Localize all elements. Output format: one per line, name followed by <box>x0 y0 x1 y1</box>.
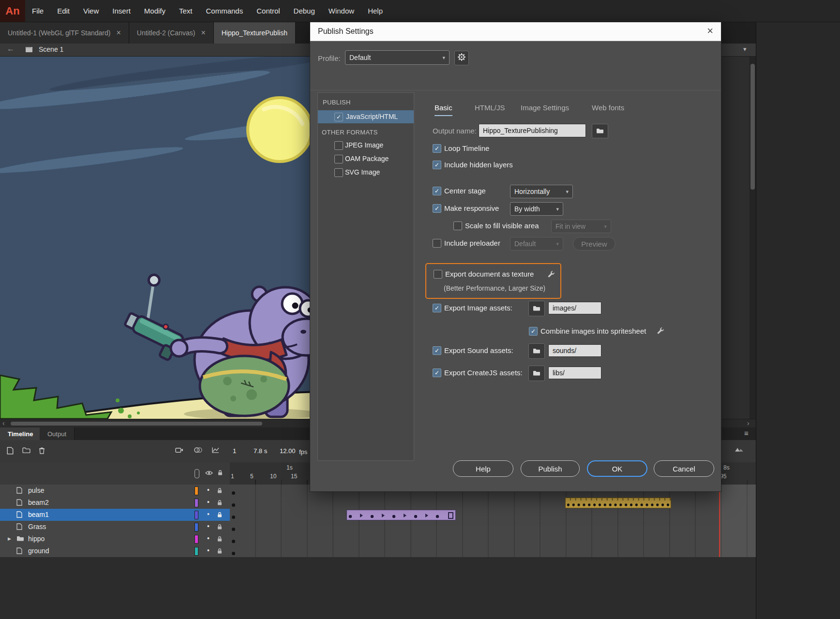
close-icon[interactable]: × <box>116 29 120 37</box>
checkbox-scale-to-fill[interactable] <box>453 221 462 230</box>
layer-lock-icon[interactable] <box>217 512 222 518</box>
layer-color-swatch[interactable] <box>195 535 198 544</box>
timeline-zoom-icon[interactable] <box>735 447 744 452</box>
make-responsive-dropdown[interactable]: By width ▾ <box>510 202 563 216</box>
checkbox-export-document-as-texture[interactable] <box>434 270 442 279</box>
format-label[interactable]: SVG Image <box>345 168 380 176</box>
frames-track-beam1[interactable] <box>230 509 756 521</box>
checkbox-export-image-assets[interactable]: ✓ <box>433 304 441 312</box>
scroll-left-icon[interactable]: ‹ <box>2 419 5 427</box>
tab-untitled-1[interactable]: Untitled-1 (WebGL glTF Standard) × <box>0 22 129 44</box>
edit-scene-chevron-icon[interactable]: ▾ <box>743 45 747 53</box>
lock-icon[interactable] <box>218 470 223 476</box>
wrench-icon[interactable] <box>547 270 555 278</box>
checkbox-include-preloader[interactable] <box>433 239 441 248</box>
menu-debug[interactable]: Debug <box>287 0 322 22</box>
scrollbar-thumb[interactable] <box>11 422 262 426</box>
layer-visibility-dot[interactable]: • <box>207 498 210 506</box>
checkbox-export-createjs-assets[interactable]: ✓ <box>433 368 441 377</box>
menu-window[interactable]: Window <box>322 0 361 22</box>
images-folder-button[interactable] <box>528 301 545 316</box>
layer-row-beam2[interactable]: beam2 • <box>0 497 230 509</box>
layer-color-swatch[interactable] <box>195 499 198 507</box>
back-arrow-icon[interactable]: ← <box>7 44 15 53</box>
tab-timeline[interactable]: Timeline <box>0 427 42 440</box>
menu-edit[interactable]: Edit <box>50 0 76 22</box>
close-icon[interactable]: × <box>707 25 713 37</box>
layer-visibility-dot[interactable]: • <box>207 546 210 554</box>
frames-track-beam2[interactable] <box>230 497 756 509</box>
help-button[interactable]: Help <box>453 460 513 477</box>
wrench-icon[interactable] <box>657 327 664 334</box>
tab-html-js[interactable]: HTML/JS <box>475 103 505 115</box>
new-layer-icon[interactable] <box>7 447 14 455</box>
layer-color-swatch[interactable] <box>195 547 198 556</box>
include-preloader-label[interactable]: Include preloader <box>444 239 500 247</box>
make-responsive-label[interactable]: Make responsive <box>444 204 499 212</box>
layer-lock-icon[interactable] <box>217 548 222 554</box>
new-folder-icon[interactable] <box>22 447 30 453</box>
checkbox-loop-timeline[interactable]: ✓ <box>433 144 441 153</box>
tab-hippo-texturepublish[interactable]: Hippo_TexturePublish <box>214 22 296 44</box>
layer-row-ground[interactable]: ground • <box>0 545 230 558</box>
layer-visibility-dot[interactable]: • <box>207 534 210 542</box>
layer-lock-icon[interactable] <box>217 487 222 494</box>
checkbox-jpeg-image[interactable] <box>334 141 343 150</box>
tab-image-settings[interactable]: Image Settings <box>521 103 569 115</box>
scrollbar-thumb[interactable] <box>750 64 755 190</box>
scale-to-fill-label[interactable]: Scale to fill visible area <box>465 221 539 230</box>
output-name-input[interactable]: Hippo_TexturePublishing <box>479 124 586 137</box>
layer-visibility-dot[interactable]: • <box>207 522 210 530</box>
sounds-path-input[interactable]: sounds/ <box>548 344 601 357</box>
format-javascript-html-selected[interactable]: ✓ JavaScript/HTML <box>318 110 414 123</box>
export-texture-label[interactable]: Export document as texture <box>445 270 534 278</box>
checkbox-center-stage[interactable]: ✓ <box>433 187 441 195</box>
panel-menu-icon[interactable]: ≡ <box>744 429 749 437</box>
tab-web-fonts[interactable]: Web fonts <box>592 103 624 115</box>
center-stage-label[interactable]: Center stage <box>444 187 486 195</box>
frame-rate-value[interactable]: 12.00 <box>280 447 296 455</box>
format-label[interactable]: JPEG Image <box>345 141 383 149</box>
export-sound-assets-label[interactable]: Export Sound assets: <box>444 346 513 354</box>
frames-graph-icon[interactable] <box>212 447 219 453</box>
center-stage-dropdown[interactable]: Horizontally ▾ <box>510 185 573 198</box>
layer-color-swatch[interactable] <box>195 511 198 519</box>
layer-row-beam1-selected[interactable]: beam1 • <box>0 509 230 521</box>
layer-visibility-dot[interactable]: • <box>207 510 210 518</box>
layer-row-pulse[interactable]: pulse • <box>0 485 230 497</box>
app-logo-icon[interactable]: An <box>0 0 25 22</box>
libs-folder-button[interactable] <box>528 366 545 381</box>
publish-button[interactable]: Publish <box>521 460 580 477</box>
checkbox-checked[interactable]: ✓ <box>334 113 343 121</box>
sounds-folder-button[interactable] <box>528 343 545 359</box>
eye-icon[interactable] <box>205 471 213 475</box>
layer-row-grass[interactable]: Grass • <box>0 521 230 533</box>
tab-output[interactable]: Output <box>40 427 75 440</box>
menu-control[interactable]: Control <box>250 0 286 22</box>
tab-basic[interactable]: Basic <box>435 103 452 116</box>
close-icon[interactable]: × <box>201 29 205 37</box>
menu-modify[interactable]: Modify <box>137 0 172 22</box>
checkbox-oam-package[interactable] <box>334 155 343 163</box>
stage-vertical-scrollbar[interactable] <box>750 56 756 419</box>
frames-track-grass[interactable] <box>230 521 756 533</box>
keyframe-sequence-band[interactable] <box>565 498 671 508</box>
layer-color-swatch[interactable] <box>195 486 198 495</box>
frames-track-hippo[interactable] <box>230 533 756 545</box>
onion-skin-icon[interactable] <box>194 447 203 453</box>
profile-dropdown[interactable]: Default ▾ <box>345 50 450 65</box>
ok-button[interactable]: OK <box>587 460 647 477</box>
layer-color-swatch[interactable] <box>195 523 198 531</box>
menu-file[interactable]: File <box>25 0 50 22</box>
export-image-assets-label[interactable]: Export Image assets: <box>444 304 512 312</box>
checkbox-export-sound-assets[interactable]: ✓ <box>433 346 441 355</box>
layer-lock-icon[interactable] <box>217 524 222 530</box>
menu-insert[interactable]: Insert <box>105 0 137 22</box>
checkbox-include-hidden-layers[interactable]: ✓ <box>433 161 441 169</box>
menu-help[interactable]: Help <box>361 0 390 22</box>
checkbox-combine-spritesheet[interactable]: ✓ <box>529 327 538 336</box>
export-createjs-assets-label[interactable]: Export CreateJS assets: <box>444 368 523 377</box>
dialog-title-bar[interactable]: Publish Settings × <box>310 22 721 41</box>
checkbox-svg-image[interactable] <box>334 168 343 177</box>
cancel-button[interactable]: Cancel <box>654 460 714 477</box>
